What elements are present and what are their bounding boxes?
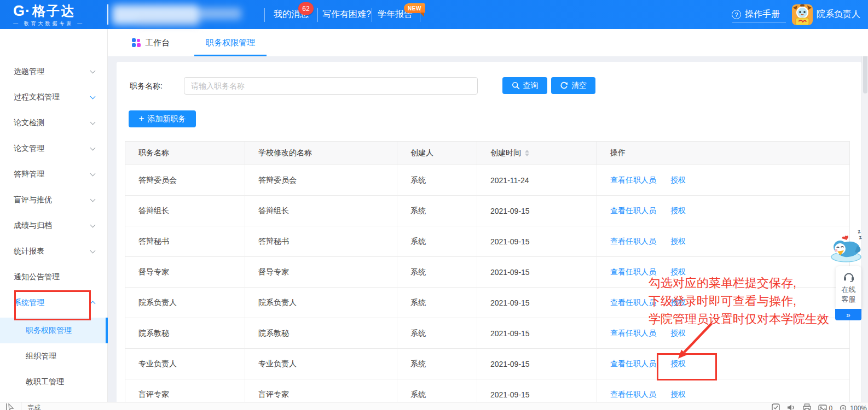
refresh-icon xyxy=(560,81,568,90)
page-scrollbar[interactable] xyxy=(861,29,868,402)
active-tab-underline xyxy=(194,55,267,56)
user-role[interactable]: 院系负责人 xyxy=(817,0,860,29)
sidebar-item-process-docs[interactable]: 过程文档管理 xyxy=(0,84,108,110)
media-count[interactable]: 0 xyxy=(818,405,833,410)
view-members-link[interactable]: 查看任职人员 xyxy=(610,298,656,308)
table-row: 答辩组长 答辩组长 系统 2021-09-15 查看任职人员授权 xyxy=(125,195,849,226)
speaker-icon[interactable] xyxy=(787,403,796,410)
nav-divider xyxy=(264,8,265,22)
chevron-down-icon xyxy=(90,119,96,125)
question-circle-icon: ? xyxy=(732,10,741,19)
authorize-link[interactable]: 授权 xyxy=(670,390,686,400)
logo-tagline: — 教育大数据专家 — xyxy=(13,20,101,27)
statusbar-done-text: 完成 xyxy=(27,403,40,410)
sleep-zzz-text: z z xyxy=(857,226,868,240)
service-expand-bar[interactable]: » xyxy=(835,309,861,320)
screen: G· 格子达 — 教育大数据专家 — 我的消息 62 写作有困难? 学年报告 N… xyxy=(0,0,868,410)
cursor-icon xyxy=(5,403,14,410)
column-header-actions: 操作 xyxy=(597,142,849,165)
sidebar-item-system-management[interactable]: 系统管理 xyxy=(0,290,108,315)
authorize-link-highlighted[interactable]: 授权 xyxy=(670,359,686,369)
table-row: 答辩秘书 答辩秘书 系统 2021-09-15 查看任职人员授权 xyxy=(125,226,849,256)
clear-button[interactable]: 清空 xyxy=(551,77,595,94)
table-row: 院系负责人 院系负责人 系统 2021-09-15 查看任职人员授权 xyxy=(125,287,849,318)
view-members-link[interactable]: 查看任职人员 xyxy=(610,237,656,247)
nav-divider xyxy=(372,8,372,22)
statusbar-divider xyxy=(21,402,21,410)
view-members-link[interactable]: 查看任职人员 xyxy=(610,175,656,185)
sort-icon[interactable] xyxy=(525,150,529,156)
column-header-role-name: 职务名称 xyxy=(125,142,245,165)
roles-table: 职务名称 学校修改的名称 创建人 创建时间 操作 答辩委员会 答辩委员会 系统 … xyxy=(125,141,850,410)
chevron-down-icon xyxy=(90,196,96,202)
nav-writing-help[interactable]: 写作有困难? xyxy=(322,0,371,29)
tiger-penguin-avatar-icon xyxy=(792,4,813,25)
table-row: 专业负责人 专业负责人 系统 2021-09-15 查看任职人员授权 xyxy=(125,348,849,379)
sidebar-item-grades-archive[interactable]: 成绩与归档 xyxy=(0,213,108,238)
chevron-down-icon xyxy=(90,222,96,227)
sidebar: 选题管理 过程文档管理 论文检测 论文管理 答辩管理 盲评与推优 成绩与归档 统… xyxy=(0,29,108,402)
sidebar-subitem-role-permission[interactable]: 职务权限管理 xyxy=(0,318,108,343)
topbar: G· 格子达 — 教育大数据专家 — 我的消息 62 写作有困难? 学年报告 N… xyxy=(0,0,868,29)
query-button[interactable]: 查询 xyxy=(502,77,547,94)
main-panel: 职务名称: 查询 清空 + 添加新职务 职务名称 学校修改的名称 创建人 创建时… xyxy=(117,62,861,402)
chevron-down-icon xyxy=(90,171,96,176)
logo[interactable]: G· 格子达 — 教育大数据专家 — xyxy=(13,2,101,27)
new-badge: NEW xyxy=(404,3,425,13)
authorize-link[interactable]: 授权 xyxy=(670,267,686,277)
zoom-level[interactable]: 100% xyxy=(840,405,867,410)
tabbar: 工作台 职务权限管理 xyxy=(108,29,868,56)
check-square-icon[interactable] xyxy=(772,403,780,410)
topbar-divider xyxy=(107,4,108,25)
manual-underline xyxy=(732,22,786,23)
message-count-badge[interactable]: 62 xyxy=(298,2,314,15)
browser-statusbar: 完成 0 100% xyxy=(0,402,868,410)
sidebar-item-thesis-check[interactable]: 论文检测 xyxy=(0,110,108,136)
table-header-row: 职务名称 学校修改的名称 创建人 创建时间 操作 xyxy=(125,142,849,165)
sidebar-subitem-staff[interactable]: 教职工管理 xyxy=(0,369,108,395)
view-members-link[interactable]: 查看任职人员 xyxy=(610,390,656,400)
authorize-link[interactable]: 授权 xyxy=(670,298,686,308)
add-role-button[interactable]: + 添加新职务 xyxy=(129,110,196,127)
search-label: 职务名称: xyxy=(130,81,163,91)
view-members-link[interactable]: 查看任职人员 xyxy=(610,267,656,277)
search-input[interactable] xyxy=(184,77,478,95)
sidebar-item-statistics[interactable]: 统计报表 xyxy=(0,238,108,264)
nav-divider xyxy=(317,8,318,22)
tab-workbench[interactable]: 工作台 xyxy=(132,29,170,56)
authorize-link[interactable]: 授权 xyxy=(670,206,686,216)
sidebar-item-notice-management[interactable]: 通知公告管理 xyxy=(0,264,108,290)
school-name-blurred xyxy=(112,3,249,27)
table-row: 院系教秘 院系教秘 系统 2021-09-15 查看任职人员授权 xyxy=(125,318,849,348)
image-frame-icon xyxy=(818,405,827,410)
column-header-school-name: 学校修改的名称 xyxy=(245,142,397,165)
sidebar-item-thesis-management[interactable]: 论文管理 xyxy=(0,136,108,161)
logo-mark: G· xyxy=(13,3,31,20)
tab-role-permission[interactable]: 职务权限管理 xyxy=(194,29,267,56)
column-header-creator: 创建人 xyxy=(397,142,477,165)
nav-manual[interactable]: ? 操作手册 xyxy=(732,0,780,29)
view-members-link[interactable]: 查看任职人员 xyxy=(610,329,656,338)
authorize-link[interactable]: 授权 xyxy=(670,237,686,247)
view-members-link[interactable]: 查看任职人员 xyxy=(610,206,656,216)
sidebar-item-defense-management[interactable]: 答辩管理 xyxy=(0,161,108,187)
column-header-created-time: 创建时间 xyxy=(477,142,597,165)
table-row: 督导专家 督导专家 系统 2021-09-15 查看任职人员授权 xyxy=(125,256,849,287)
online-service-widget[interactable]: 在线 客服 xyxy=(836,266,861,309)
user-avatar[interactable] xyxy=(792,4,813,25)
service-label-line2: 客服 xyxy=(842,295,856,304)
logo-text: 格子达 xyxy=(32,2,75,20)
authorize-link[interactable]: 授权 xyxy=(670,329,686,338)
view-members-link[interactable]: 查看任职人员 xyxy=(610,359,656,369)
sidebar-item-blind-review[interactable]: 盲评与推优 xyxy=(0,187,108,213)
chevron-down-icon xyxy=(90,68,96,73)
chevron-down-icon xyxy=(90,145,96,150)
authorize-link[interactable]: 授权 xyxy=(670,175,686,185)
printer-icon[interactable] xyxy=(803,403,811,410)
headset-icon xyxy=(843,271,855,282)
table-row: 答辩委员会 答辩委员会 系统 2021-11-24 查看任职人员授权 xyxy=(125,165,849,195)
sidebar-subitem-organization[interactable]: 组织管理 xyxy=(0,343,108,369)
sidebar-item-topic-management[interactable]: 选题管理 xyxy=(0,58,108,84)
chevron-down-icon xyxy=(90,93,96,99)
nav-divider xyxy=(420,8,420,22)
